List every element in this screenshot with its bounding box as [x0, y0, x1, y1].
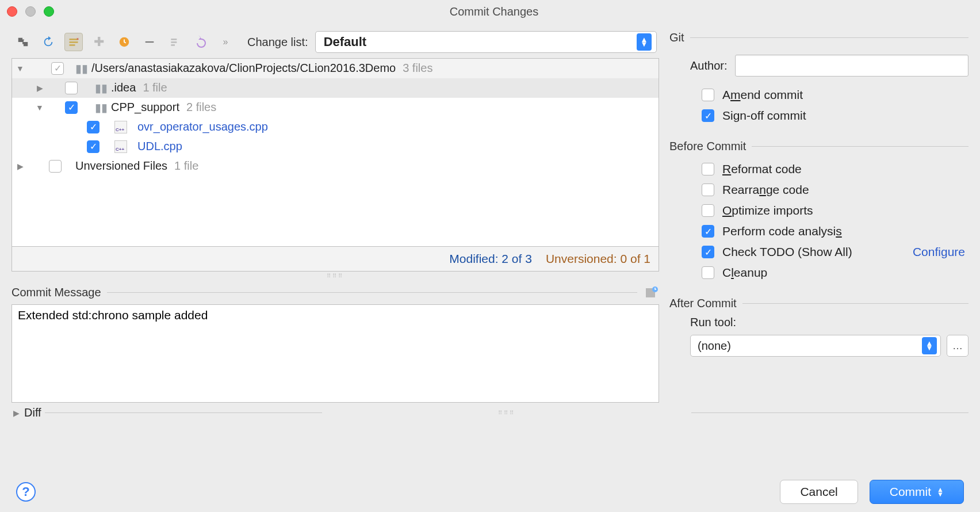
move-to-changelist-icon[interactable] [166, 33, 184, 51]
cancel-label: Cancel [800, 485, 837, 499]
rearrange-checkbox[interactable] [702, 184, 714, 196]
svg-rect-7 [171, 45, 175, 47]
splitter-grip[interactable]: ⠿⠿⠿ [326, 410, 688, 416]
analysis-option[interactable]: Perform code analysis [669, 221, 968, 242]
tree-unversioned[interactable]: Unversioned Files 1 file [12, 156, 659, 176]
disclosure-triangle-icon[interactable] [16, 162, 25, 171]
tree-root-checkbox[interactable] [51, 62, 64, 75]
change-list-label: Change list: [247, 36, 308, 49]
tree-root[interactable]: ▮▮ /Users/anastasiakazakova/ClionProject… [12, 59, 659, 78]
dialog-footer: ? Cancel Commit ▲▼ [0, 480, 980, 504]
remove-icon[interactable]: − [140, 33, 159, 51]
minimize-window-button[interactable] [25, 6, 36, 17]
optimize-option[interactable]: Optimize imports [669, 200, 968, 221]
disclosure-triangle-icon[interactable] [35, 83, 44, 93]
select-stepper-icon: ▲▼ [922, 337, 937, 354]
rollback-icon[interactable] [115, 33, 133, 51]
commit-button[interactable]: Commit ▲▼ [870, 480, 964, 504]
status-unversioned: Unversioned: 0 of 1 [546, 252, 650, 266]
todo-label: Check TODO (Show All) [722, 245, 852, 259]
reformat-checkbox[interactable] [702, 163, 714, 175]
zoom-window-button[interactable] [44, 6, 54, 17]
reformat-option[interactable]: Reformat code [669, 159, 968, 179]
configure-link[interactable]: Configure [913, 245, 965, 259]
after-commit-header: After Commit [669, 297, 968, 310]
tree-file-checkbox[interactable] [87, 140, 99, 153]
tree-dir-idea[interactable]: ▮▮ .idea 1 file [12, 78, 659, 98]
run-tool-select[interactable]: (none) ▲▼ [690, 335, 941, 357]
tree-cpp-checkbox[interactable] [65, 101, 78, 114]
svg-text:×: × [76, 36, 79, 41]
change-list-select[interactable]: Default ▲▼ [315, 31, 657, 53]
diff-section[interactable]: Diff ⠿⠿⠿ [0, 403, 980, 423]
before-commit-header: Before Commit [669, 140, 968, 153]
reformat-label: Reformat code [722, 162, 802, 176]
commit-dropdown-icon[interactable]: ▲▼ [937, 487, 944, 496]
todo-checkbox[interactable] [702, 246, 714, 258]
tree-root-path: /Users/anastasiakazakova/ClionProjects/C… [91, 62, 396, 75]
refresh-icon[interactable] [39, 33, 58, 51]
before-commit-label: Before Commit [669, 140, 746, 153]
change-list-value: Default [324, 35, 637, 49]
show-diff-icon[interactable] [14, 33, 32, 51]
disclosure-triangle-icon[interactable] [12, 408, 21, 418]
tree-file[interactable]: UDL.cpp [12, 137, 659, 156]
close-window-button[interactable] [7, 6, 17, 17]
window-controls [7, 6, 54, 17]
left-pane: × ✚ − » Change list: Default ▲▼ [12, 29, 659, 403]
run-tool-browse-button[interactable]: … [947, 335, 968, 357]
more-icon[interactable]: » [216, 33, 235, 51]
amend-label: Amend commit [722, 88, 803, 102]
tree-unversioned-checkbox[interactable] [49, 160, 62, 173]
titlebar: Commit Changes [0, 0, 980, 23]
folder-icon: ▮▮ [95, 81, 108, 95]
tree-dir-cpp[interactable]: ▮▮ CPP_support 2 files [12, 98, 659, 117]
tree-unversioned-name: Unversioned Files [75, 159, 167, 173]
optimize-label: Optimize imports [722, 204, 813, 217]
disclosure-triangle-icon[interactable] [16, 64, 25, 73]
signoff-checkbox[interactable] [702, 109, 714, 122]
svg-rect-2 [70, 45, 75, 47]
group-by-directory-icon[interactable]: × [64, 33, 83, 51]
tree-idea-checkbox[interactable] [65, 82, 78, 94]
analysis-label: Perform code analysis [722, 224, 842, 238]
commit-message-input[interactable] [12, 304, 659, 403]
signoff-label: Sign-off commit [722, 109, 806, 123]
cpp-file-icon [114, 121, 127, 133]
amend-option[interactable]: Amend commit [669, 85, 968, 105]
todo-option[interactable]: Check TODO (Show All) Configure [669, 242, 968, 262]
tree-file[interactable]: ovr_operator_usages.cpp [12, 117, 659, 137]
splitter-grip[interactable]: ⠿⠿⠿ [12, 272, 659, 280]
folder-icon: ▮▮ [75, 62, 88, 75]
select-stepper-icon: ▲▼ [637, 33, 652, 51]
revert-icon[interactable] [191, 33, 209, 51]
cleanup-option[interactable]: Cleanup [669, 262, 968, 283]
svg-rect-6 [171, 42, 177, 44]
cleanup-checkbox[interactable] [702, 266, 714, 279]
diff-label: Diff [24, 406, 41, 419]
signoff-option[interactable]: Sign-off commit [669, 105, 968, 126]
author-input[interactable] [735, 55, 968, 77]
tree-root-meta: 3 files [403, 62, 432, 75]
commit-message-history-icon[interactable] [643, 285, 659, 301]
rearrange-label: Rearrange code [722, 183, 809, 197]
tree-unversioned-meta: 1 file [174, 159, 198, 173]
run-tool-label: Run tool: [690, 316, 968, 329]
rearrange-option[interactable]: Rearrange code [669, 179, 968, 200]
tree-file-name: UDL.cpp [137, 140, 182, 153]
amend-checkbox[interactable] [702, 89, 714, 101]
tree-file-checkbox[interactable] [87, 121, 99, 133]
run-tool-row: Run tool: (none) ▲▼ … [669, 316, 968, 357]
cancel-button[interactable]: Cancel [780, 480, 858, 504]
cpp-file-icon [114, 140, 127, 153]
optimize-checkbox[interactable] [702, 204, 714, 217]
disclosure-triangle-icon[interactable] [35, 103, 44, 112]
changes-status: Modified: 2 of 3 Unversioned: 0 of 1 [12, 247, 659, 272]
help-button[interactable]: ? [16, 482, 36, 502]
git-section-label: Git [669, 31, 684, 44]
author-label: Author: [690, 59, 727, 72]
git-section-header: Git [669, 31, 968, 44]
expand-icon[interactable]: ✚ [90, 33, 108, 51]
analysis-checkbox[interactable] [702, 225, 714, 238]
svg-rect-1 [70, 42, 78, 44]
